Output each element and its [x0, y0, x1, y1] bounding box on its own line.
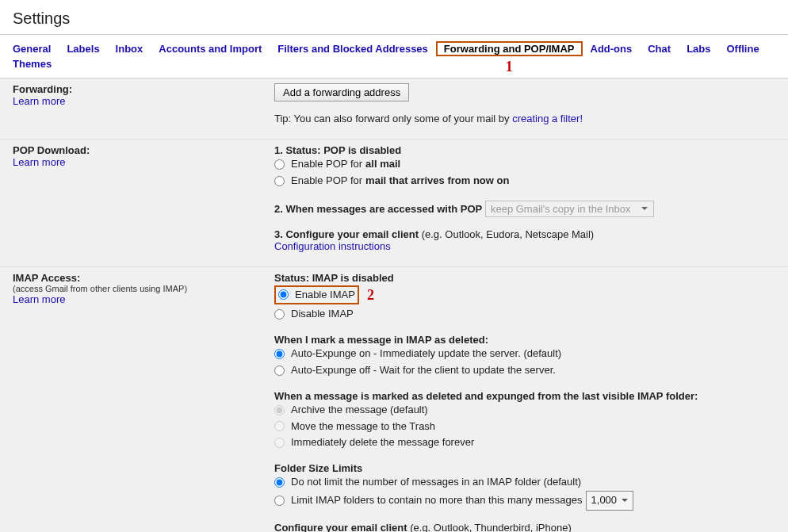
folder-limit-label: Limit IMAP folders to contain no more th…: [291, 492, 583, 509]
no-folder-limit-label: Do not limit the number of messages in a…: [291, 474, 581, 491]
imap-configure-bold: Configure your email client: [274, 522, 407, 532]
delete-forever-radio[interactable]: [274, 438, 285, 448]
move-trash-label: Move the message to the Trash: [291, 419, 435, 435]
tab-accounts[interactable]: Accounts and Import: [151, 41, 270, 56]
enable-imap-label: Enable IMAP: [295, 287, 355, 304]
tab-chat[interactable]: Chat: [640, 41, 679, 56]
folder-size-limits-heading: Folder Size Limits: [274, 462, 775, 474]
pop-access-label: 2. When messages are accessed with POP: [274, 203, 482, 215]
tab-filters[interactable]: Filters and Blocked Addresses: [270, 41, 436, 56]
archive-message-radio[interactable]: [274, 405, 285, 415]
no-folder-limit-radio[interactable]: [274, 477, 285, 488]
auto-expunge-on-radio[interactable]: [274, 349, 285, 359]
enable-imap-radio[interactable]: [278, 289, 289, 300]
pop-label: POP Download:: [13, 144, 266, 156]
forwarding-tip: Tip: You can also forward only some of y…: [274, 113, 775, 124]
pop-status-prefix: 1. Status:: [274, 144, 323, 156]
auto-expunge-off-label: Auto-Expunge off - Wait for the client t…: [291, 362, 556, 379]
pop-enable-all-radio[interactable]: [274, 159, 285, 170]
annotation-2: 2: [367, 284, 374, 307]
imap-status-prefix: Status:: [274, 272, 312, 284]
pop-section: POP Download: Learn more 1. Status: POP …: [0, 140, 788, 267]
annotation-1: 1: [506, 59, 513, 75]
tab-labels[interactable]: Labels: [59, 41, 107, 56]
pop-enable-all-pre: Enable POP for: [291, 156, 362, 173]
pop-learn-more-link[interactable]: Learn more: [13, 156, 65, 168]
settings-tabs: General Labels Inbox Accounts and Import…: [0, 34, 788, 78]
tab-labs[interactable]: Labs: [679, 41, 718, 56]
pop-configure-rest: (e.g. Outlook, Eudora, Netscape Mail): [419, 228, 594, 240]
move-trash-radio[interactable]: [274, 421, 285, 431]
tab-themes[interactable]: Themes: [5, 56, 59, 71]
imap-expunged-heading: When a message is marked as deleted and …: [274, 390, 775, 402]
tab-forwarding-pop-imap[interactable]: Forwarding and POP/IMAP 1: [436, 41, 583, 56]
tip-text: Tip: You can also forward only some of y…: [274, 113, 512, 124]
pop-config-instructions-link[interactable]: Configuration instructions: [274, 240, 391, 252]
tab-label: Forwarding and POP/IMAP: [444, 43, 575, 55]
forwarding-label: Forwarding:: [13, 83, 266, 95]
archive-message-label: Archive the message (default): [291, 402, 428, 419]
create-filter-link[interactable]: creating a filter!: [512, 113, 583, 124]
imap-section: IMAP Access: (access Gmail from other cl…: [0, 267, 788, 532]
forwarding-learn-more-link[interactable]: Learn more: [13, 95, 65, 107]
auto-expunge-on-label: Auto-Expunge on - Immediately update the…: [291, 346, 561, 362]
settings-content: Forwarding: Learn more Add a forwarding …: [0, 78, 788, 532]
pop-enable-now-pre: Enable POP for: [291, 173, 362, 189]
disable-imap-radio[interactable]: [274, 309, 285, 320]
imap-delete-heading: When I mark a message in IMAP as deleted…: [274, 334, 775, 346]
imap-subnote: (access Gmail from other clients using I…: [13, 284, 266, 293]
pop-access-select[interactable]: keep Gmail's copy in the Inbox: [485, 201, 654, 217]
disable-imap-label: Disable IMAP: [291, 306, 354, 323]
pop-enable-all-bold: all mail: [365, 156, 400, 173]
pop-enable-now-bold: mail that arrives from now on: [365, 173, 509, 189]
tab-inbox[interactable]: Inbox: [108, 41, 151, 56]
imap-configure-rest: (e.g. Outlook, Thunderbird, iPhone): [407, 522, 572, 532]
tab-offline[interactable]: Offline: [718, 41, 767, 56]
tab-addons[interactable]: Add-ons: [583, 41, 641, 56]
imap-status-value: IMAP is disabled: [312, 272, 394, 284]
folder-limit-radio[interactable]: [274, 496, 285, 506]
page-title: Settings: [0, 0, 788, 34]
add-forwarding-address-button[interactable]: Add a forwarding address: [274, 83, 409, 101]
pop-status-value: POP is disabled: [323, 144, 401, 156]
folder-limit-select[interactable]: 1,000: [586, 491, 634, 511]
forwarding-section: Forwarding: Learn more Add a forwarding …: [0, 78, 788, 140]
delete-forever-label: Immediately delete the message forever: [291, 434, 474, 451]
tab-general[interactable]: General: [5, 41, 59, 56]
pop-configure-bold: 3. Configure your email client: [274, 228, 419, 240]
imap-label: IMAP Access:: [13, 272, 266, 284]
pop-enable-now-on-radio[interactable]: [274, 176, 285, 186]
imap-learn-more-link[interactable]: Learn more: [13, 293, 65, 305]
auto-expunge-off-radio[interactable]: [274, 366, 285, 376]
